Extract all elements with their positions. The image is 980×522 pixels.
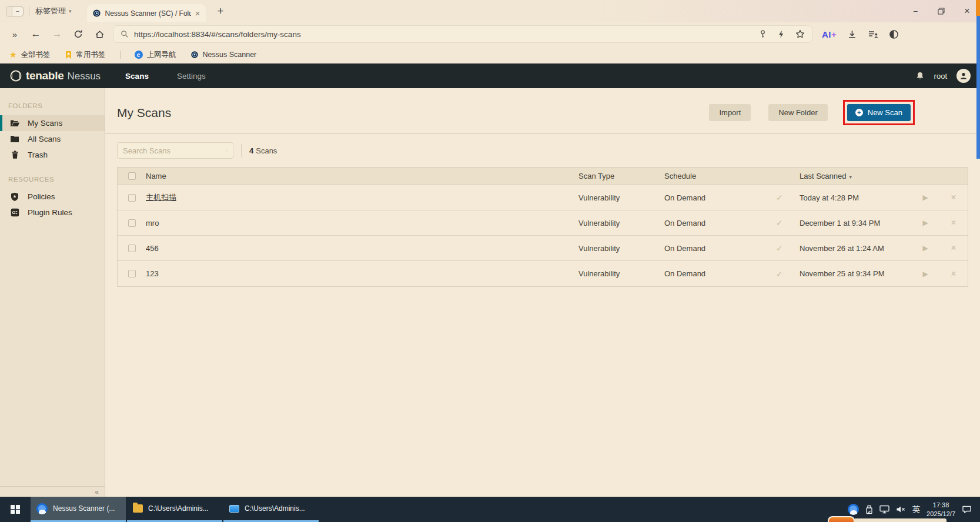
restore-button[interactable] [928, 0, 954, 22]
volume-muted-icon[interactable] [896, 505, 906, 514]
folder-icon [133, 504, 143, 513]
reading-list-icon[interactable] [868, 29, 878, 39]
scan-name-link[interactable]: mro [146, 219, 159, 227]
scan-name-link[interactable]: 456 [146, 244, 159, 253]
scrollbar-thumb[interactable] [976, 16, 980, 159]
sidebar: FOLDERS My Scans [0, 88, 105, 497]
table-row[interactable]: 123 Vulnerability On Demand ✓ November 2… [118, 261, 968, 286]
launch-scan-button[interactable]: ▶ [911, 193, 939, 202]
sidebar-item-policies[interactable]: Policies [0, 189, 105, 205]
tab-title: Nessus Scanner (SC) / Folde [105, 9, 191, 18]
address-bar-icons [758, 29, 805, 39]
sidebar-collapse-button[interactable]: « [95, 488, 99, 496]
table-row[interactable]: mro Vulnerability On Demand ✓ December 1… [118, 210, 968, 236]
back-button[interactable]: ← [27, 26, 45, 42]
scan-name-link[interactable]: 主机扫描 [146, 193, 176, 202]
nav-settings[interactable]: Settings [177, 72, 206, 81]
search-input[interactable] [123, 146, 226, 155]
tray-clock[interactable]: 17:38 2025/12/7 [927, 501, 955, 518]
screen: − 标签管理 ▾ Nessus Scanner (SC) / Folde × +… [0, 0, 980, 522]
toolbar-overflow-button[interactable]: » [7, 29, 22, 39]
minimize-button[interactable]: − [902, 0, 928, 22]
current-user[interactable]: root [934, 72, 947, 81]
sidebar-item-plugin-rules[interactable]: Plugin Rules [0, 205, 105, 220]
sidebar-item-all-scans[interactable]: All Scans [0, 131, 105, 147]
network-display-icon[interactable] [879, 505, 889, 514]
notifications-bell-icon[interactable] [915, 71, 925, 81]
notification-toast-strip [854, 518, 946, 522]
delete-scan-button[interactable]: × [939, 243, 968, 253]
address-bar[interactable]: https://localhost:8834/#/scans/folders/m… [113, 25, 812, 43]
sidebar-item-trash[interactable]: Trash [0, 147, 105, 163]
action-center-icon[interactable] [962, 505, 972, 514]
bookmark-web-navigation[interactable]: e 上网导航 [135, 50, 176, 60]
taskbar-item-nessus[interactable]: Nessus Scanner (... [31, 497, 126, 522]
trash-icon [9, 150, 20, 159]
new-scan-button[interactable]: + New Scan [847, 104, 911, 121]
row-checkbox[interactable] [128, 245, 136, 252]
taskbar-item-window[interactable]: C:\Users\Adminis... [223, 497, 319, 522]
bookmark-all-bookmarks[interactable]: ★ 全部书签 [9, 50, 51, 60]
brand-name: tenable [26, 69, 63, 82]
bookmark-star-icon[interactable] [795, 29, 805, 39]
launch-scan-button[interactable]: ▶ [911, 219, 939, 227]
column-header-schedule[interactable]: Schedule [664, 172, 776, 180]
scan-count-value: 4 [249, 146, 253, 155]
delete-scan-button[interactable]: × [939, 218, 968, 228]
lightning-icon[interactable] [777, 29, 785, 39]
tab-manager-button[interactable]: 标签管理 ▾ [35, 6, 72, 16]
scan-type: Vulnerability [578, 244, 664, 253]
user-avatar[interactable] [956, 69, 971, 83]
delete-scan-button[interactable]: × [939, 269, 968, 279]
taskbar-item-explorer[interactable]: C:\Users\Adminis... [127, 497, 222, 522]
reload-button[interactable] [69, 26, 87, 42]
bookmark-nessus-scanner[interactable]: Nessus Scanner [190, 51, 257, 59]
tray-date: 2025/12/7 [927, 510, 955, 518]
new-tab-button[interactable]: + [218, 5, 224, 18]
usb-device-icon[interactable] [865, 505, 873, 514]
import-button[interactable]: Import [709, 104, 751, 121]
table-row[interactable]: 主机扫描 Vulnerability On Demand ✓ Today at … [118, 185, 968, 210]
home-button[interactable] [91, 26, 108, 42]
completed-check-icon: ✓ [776, 243, 800, 253]
folder-icon [9, 135, 20, 143]
theme-toggle-icon[interactable] [889, 29, 899, 39]
column-header-scan-type[interactable]: Scan Type [578, 172, 664, 180]
tray-browser-icon[interactable] [848, 504, 859, 515]
scan-type: Vulnerability [578, 193, 664, 202]
page-header-buttons: Import New Folder + New Scan [709, 100, 915, 125]
new-scan-label: New Scan [868, 108, 902, 117]
row-checkbox[interactable] [128, 270, 136, 277]
app-content: FOLDERS My Scans [0, 88, 980, 497]
url-text[interactable]: https://localhost:8834/#/scans/folders/m… [134, 30, 753, 39]
column-header-name[interactable]: Name [146, 172, 578, 180]
row-checkbox[interactable] [128, 194, 136, 202]
browser-tab-active[interactable]: Nessus Scanner (SC) / Folde × [87, 4, 206, 22]
table-row[interactable]: 456 Vulnerability On Demand ✓ November 2… [118, 236, 968, 261]
downloads-icon[interactable] [847, 29, 857, 39]
bookmark-label: Nessus Scanner [203, 51, 257, 59]
launch-scan-button[interactable]: ▶ [911, 270, 939, 278]
sidebar-item-label: Policies [28, 192, 55, 201]
tab-close-icon[interactable]: × [195, 8, 200, 18]
column-header-last-scanned[interactable]: Last Scanned▾ [800, 172, 911, 180]
delete-scan-button[interactable]: × [939, 192, 968, 203]
ime-indicator[interactable]: 英 [912, 504, 921, 515]
window-icon [229, 505, 239, 513]
sidebar-item-label: My Scans [28, 119, 62, 128]
pinned-extension-chip[interactable]: − [6, 6, 24, 16]
select-all-checkbox[interactable] [128, 172, 136, 180]
row-checkbox[interactable] [128, 219, 136, 227]
tenable-nessus-logo[interactable]: tenable Nessus [9, 69, 101, 82]
search-box[interactable] [117, 142, 233, 159]
sidebar-item-my-scans[interactable]: My Scans [0, 115, 105, 131]
scan-name-link[interactable]: 123 [146, 269, 159, 278]
nav-scans[interactable]: Scans [125, 72, 149, 81]
start-button[interactable] [0, 497, 31, 522]
forward-button[interactable]: → [48, 26, 66, 42]
password-key-icon[interactable] [758, 29, 767, 39]
ai-assistant-button[interactable]: AI+ [822, 29, 837, 39]
new-folder-button[interactable]: New Folder [768, 104, 827, 121]
bookmark-frequent-bookmarks[interactable]: 常用书签 [65, 50, 106, 60]
launch-scan-button[interactable]: ▶ [911, 244, 939, 252]
